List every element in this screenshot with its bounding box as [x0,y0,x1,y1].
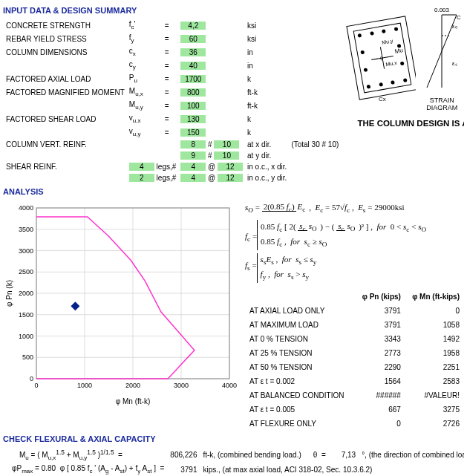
svg-text:1500: 1500 [19,311,33,319]
strain-diagram-sketch: 0.003 ε₀ εₛ C [419,6,464,95]
input-table: CONCRETE STRENGTH fc'= 4,2 ksi REBAR YIE… [3,18,342,184]
design-adequate: THE COLUMN DESIGN IS ADEQUATE. [342,119,464,128]
svg-text:2500: 2500 [19,268,33,276]
svg-text:1000: 1000 [19,333,33,340]
shear-x-bar: 12 [218,163,243,171]
reinf-y-n: 9 [180,151,206,160]
svg-text:θ: θ [380,56,384,62]
svg-point-7 [379,82,384,87]
rebar-yield-label: REBAR YIELD STRESS [4,33,126,45]
shear-label: FACTORED SHEAR LOAD [4,113,126,125]
formula-block: sO = 2(0.85 fc)Ec , Ec = 57√fc , Es = 29… [241,200,464,431]
check-header: CHECK FLEXURAL & AXIAL CAPACITY [3,434,464,443]
svg-point-8 [391,80,395,85]
shear-y-n: 4 [180,174,206,182]
svg-text:0.003: 0.003 [434,7,450,13]
shear-y-legs: 2 [129,174,154,182]
svg-text:Mu,y: Mu,y [382,38,394,46]
column-section-sketch: Mu Mu,y Mu,x θ Cx Cy [342,6,416,102]
analysis-header: ANALYSIS [3,187,464,196]
svg-point-3 [370,31,374,36]
muy-val: 100 [180,102,206,110]
svg-text:500: 500 [22,353,33,361]
pm-table: φ Pn (kips)φ Mn (ft-kips) AT AXIAL LOAD … [245,289,464,431]
reinf-x-dir: at x dir. [246,140,288,149]
svg-text:0: 0 [30,375,33,382]
sym: Pu [128,73,162,85]
sym: fy [128,33,162,45]
reinf-label: COLUMN VERT. REINF. [4,140,126,149]
concrete-strength-label: CONCRETE STRENGTH [4,19,126,31]
svg-text:ε₀: ε₀ [452,23,457,30]
sym: fc' [128,19,162,31]
svg-text:4000: 4000 [19,204,33,212]
sym: Mu,x [128,86,162,98]
moment-label: FACTORED MAGNIFIED MOMENT [4,86,126,98]
unit: k [246,73,288,85]
svg-text:3000: 3000 [19,247,33,255]
reinf-y-bar: 10 [214,151,239,160]
unit: in [246,46,288,58]
svg-text:C: C [457,14,461,21]
svg-point-11 [364,68,368,72]
sym: Mu,y [128,100,162,111]
svg-point-4 [382,29,386,33]
col-dim-label: COLUMN DIMENSIONS [4,46,126,58]
svg-point-9 [403,78,408,82]
total-bars: (Total 30 # 10) [290,140,340,149]
axial-load-label: FACTORED AXIAL LOAD [4,73,126,85]
reinf-x-bar: 10 [214,140,239,149]
unit: ft-k [246,100,288,111]
unit: ksi [246,33,288,45]
svg-point-13 [400,62,405,66]
cy-val: 40 [180,62,206,70]
sym: vu,y [128,126,162,138]
shear-x-legs: 4 [129,163,154,171]
pu-val: 1700 [180,75,206,83]
sym: cy [128,59,162,71]
unit: k [246,126,288,138]
cx-val: 36 [180,48,206,56]
unit: in [246,59,288,71]
unit: ksi [246,19,288,31]
svg-text:1000: 1000 [77,382,92,389]
reinf-y-dir: at y dir. [246,151,288,160]
reinf-x-n: 8 [180,140,206,149]
svg-text:2000: 2000 [125,382,140,389]
svg-text:3500: 3500 [19,226,33,233]
shear-y-bar: 12 [218,174,243,182]
mux-val: 800 [180,88,206,97]
svg-text:φ Pn (k): φ Pn (k) [5,280,13,307]
strain-diagram-label: STRAIN DIAGRAM [416,97,464,111]
input-header: INPUT DATA & DESIGN SUMMARY [3,6,342,15]
svg-point-6 [367,85,371,89]
shear-reinf-label: SHEAR REINF. [4,162,126,172]
fc-val: 4,2 [180,22,206,30]
svg-text:φ Mn (ft-k): φ Mn (ft-k) [116,397,150,405]
svg-text:εₛ: εₛ [452,60,457,67]
svg-text:Mu,x: Mu,x [385,60,398,68]
svg-text:2000: 2000 [19,290,33,297]
interaction-chart: 0100020003000400005001000150020002500300… [3,200,241,408]
svg-text:4000: 4000 [222,382,237,389]
svg-point-5 [394,27,399,31]
shear-y-dir: in o.c., y dir. [246,173,288,183]
vuy-val: 150 [180,128,206,137]
sym: vu,x [128,113,162,125]
vux-val: 130 [180,115,206,123]
sym: cx [128,46,162,58]
check-block: Mu = ( Mu,x1.5 + Mu,y1.5 )1/1.5 = 806,22… [3,446,464,476]
svg-text:0: 0 [34,382,38,389]
unit: ft-k [246,86,288,98]
svg-point-10 [361,50,365,55]
fy-val: 60 [180,35,206,43]
svg-text:Cx: Cx [379,96,386,102]
svg-text:Mu: Mu [394,47,404,55]
svg-point-2 [358,33,362,38]
shear-x-dir: in o.c., x dir. [246,162,288,172]
unit: k [246,113,288,125]
shear-x-n: 4 [180,163,206,171]
svg-text:3000: 3000 [174,382,189,389]
